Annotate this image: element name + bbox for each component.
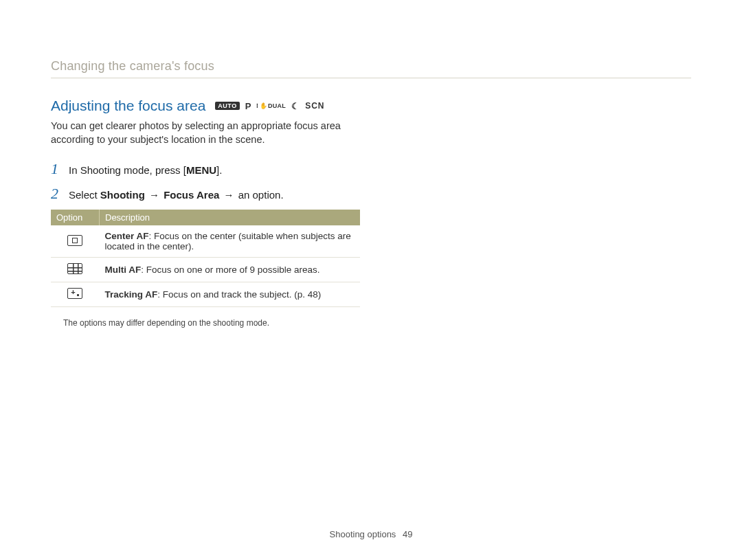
step-post: an option. bbox=[238, 189, 284, 201]
step-pre: In Shooting mode, press [ bbox=[69, 164, 186, 176]
step-number: 2 bbox=[51, 185, 62, 203]
center-af-icon-cell bbox=[51, 225, 100, 258]
steps-list: 1 In Shooting mode, press [MENU]. 2 Sele… bbox=[51, 160, 691, 203]
multi-af-icon-cell bbox=[51, 258, 100, 282]
step-2: 2 Select Shooting → Focus Area → an opti… bbox=[51, 185, 691, 203]
path-focus-area: Focus Area bbox=[164, 189, 219, 201]
arrow-icon: → bbox=[146, 189, 162, 201]
mode-night-icon: ☾ bbox=[291, 101, 300, 111]
mode-dual-pre-glyph: ⁞ bbox=[256, 102, 258, 109]
mode-auto-badge: AUTO bbox=[215, 102, 239, 110]
option-name: Center AF bbox=[105, 231, 149, 241]
step-pre: Select bbox=[69, 189, 100, 201]
page-footer: Shooting options 49 bbox=[0, 529, 742, 539]
path-shooting: Shooting bbox=[100, 189, 145, 201]
menu-button-label: MENU bbox=[186, 164, 216, 176]
center-af-desc: Center AF: Focus on the center (suitable… bbox=[100, 225, 361, 258]
table-row: Center AF: Focus on the center (suitable… bbox=[51, 225, 360, 258]
mode-indicator-group: AUTO P ⁞ ✋ DUAL ☾ SCN bbox=[215, 101, 324, 111]
step-number: 1 bbox=[51, 160, 62, 178]
center-af-icon bbox=[67, 235, 82, 246]
page-heading: Adjusting the focus area bbox=[51, 98, 205, 114]
manual-page: Changing the camera's focus Adjusting th… bbox=[0, 0, 742, 560]
page-number: 49 bbox=[403, 529, 412, 539]
footnote: The options may differ depending on the … bbox=[63, 318, 691, 328]
mode-dual-icon: ⁞ ✋ DUAL bbox=[256, 102, 286, 109]
option-name: Tracking AF bbox=[105, 289, 158, 300]
tracking-af-icon bbox=[67, 288, 82, 299]
section-title: Changing the camera's focus bbox=[51, 59, 691, 78]
multi-af-icon bbox=[67, 263, 82, 274]
mode-scn-icon: SCN bbox=[305, 101, 324, 111]
options-table: Option Description Center AF: Focus on t… bbox=[51, 210, 360, 307]
option-name: Multi AF bbox=[105, 265, 142, 275]
arrow-icon: → bbox=[221, 189, 236, 201]
table-row: Tracking AF: Focus on and track the subj… bbox=[51, 282, 360, 307]
mode-p-icon: P bbox=[245, 101, 251, 111]
footer-label: Shooting options bbox=[330, 529, 396, 539]
option-text: : Focus on and track the subject. (p. 48… bbox=[157, 289, 321, 300]
step-1: 1 In Shooting mode, press [MENU]. bbox=[51, 160, 691, 178]
tracking-af-icon-cell bbox=[51, 282, 100, 307]
intro-paragraph: You can get clearer photos by selecting … bbox=[51, 120, 374, 146]
col-option: Option bbox=[51, 210, 100, 225]
mode-dual-hand-icon: ✋ bbox=[260, 102, 267, 109]
option-text: : Focus on one or more of 9 possible are… bbox=[141, 265, 319, 275]
multi-af-desc: Multi AF: Focus on one or more of 9 poss… bbox=[100, 258, 361, 282]
heading-row: Adjusting the focus area AUTO P ⁞ ✋ DUAL… bbox=[51, 98, 691, 114]
step-text: Select Shooting → Focus Area → an option… bbox=[69, 189, 284, 201]
step-text: In Shooting mode, press [MENU]. bbox=[69, 164, 222, 176]
mode-dual-label: DUAL bbox=[268, 102, 286, 109]
table-header-row: Option Description bbox=[51, 210, 360, 225]
table-row: Multi AF: Focus on one or more of 9 poss… bbox=[51, 258, 360, 282]
col-description: Description bbox=[100, 210, 361, 225]
step-post: ]. bbox=[216, 164, 222, 176]
tracking-af-desc: Tracking AF: Focus on and track the subj… bbox=[100, 282, 361, 307]
